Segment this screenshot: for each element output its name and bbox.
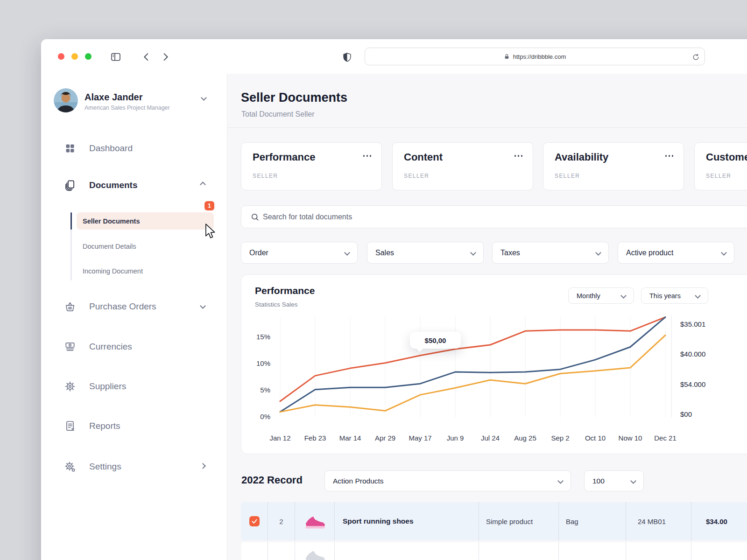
nav-label: Purchase Orders [89, 301, 156, 312]
card-title: Availability [555, 151, 608, 163]
browser-window: https://dribbble.com [41, 39, 747, 560]
sidebar-item-purchase-orders[interactable]: Purchase Orders [41, 296, 227, 317]
period-select[interactable]: Monthly [568, 287, 634, 304]
banknotes-icon [63, 341, 76, 353]
card-tag: SELLER [253, 173, 278, 179]
documents-stack-icon [63, 179, 76, 192]
chevron-down-icon [595, 250, 601, 256]
address-bar[interactable]: https://dribbble.com [365, 48, 705, 65]
header-divider [227, 127, 747, 128]
record-count-select[interactable]: 100 [584, 470, 644, 491]
x-axis-label: Jul 24 [472, 434, 509, 442]
refresh-button[interactable] [691, 52, 701, 62]
x-axis-label: May 17 [402, 434, 439, 442]
row-checkbox[interactable] [249, 516, 260, 526]
right-axis-label: $54.000 [680, 380, 705, 388]
card-title: Performance [253, 151, 316, 163]
chart-title: Performance [255, 285, 315, 296]
filter-sales[interactable]: Sales [367, 242, 484, 264]
right-axis-label: $40.000 [680, 350, 705, 358]
sidebar-item-settings[interactable]: Settings [41, 456, 227, 477]
window-zoom-button[interactable] [85, 53, 92, 60]
record-category-select[interactable]: Action Products [324, 470, 571, 491]
select-value: 100 [592, 477, 605, 485]
nav-label: Reports [89, 421, 120, 431]
shield-button[interactable] [340, 50, 353, 63]
window-minimize-button[interactable] [71, 53, 78, 60]
sidebar-item-reports[interactable]: Reports [41, 416, 227, 436]
sidebar-item-document-details[interactable]: Document Details [77, 238, 214, 255]
subitem-label: Incoming Document [83, 267, 143, 275]
chevron-down-icon [200, 303, 206, 309]
filter-label: Order [249, 249, 268, 257]
card-menu-icon[interactable] [363, 155, 372, 157]
x-axis-label: Aug 25 [507, 434, 544, 442]
sidebar-toggle-button[interactable] [109, 50, 122, 63]
page-title: Seller Documents [241, 91, 347, 105]
sidebar: Alaxe Jander American Sales Project Mana… [41, 74, 227, 560]
search-bar [241, 205, 747, 228]
x-axis-label: Feb 23 [296, 434, 334, 442]
table-row[interactable]: 2 Sport running shoes Simple product Bag… [241, 502, 747, 540]
shopping-basket-icon [63, 301, 76, 313]
cell-product-image [295, 502, 334, 540]
forward-button[interactable] [159, 50, 172, 63]
stat-card-performance: Performance SELLER [241, 142, 382, 190]
cell-price: $34.00 [691, 502, 747, 540]
nav-label: Settings [89, 462, 121, 472]
chevron-right-icon [160, 52, 170, 62]
search-input[interactable] [263, 206, 543, 228]
chevron-down-icon [630, 478, 636, 484]
cell-code: 24 MB01 [626, 502, 691, 540]
desktop: { "browser": { "url": "https://dribbble.… [0, 0, 747, 560]
sidebar-item-currencies[interactable]: Currencies [41, 336, 227, 357]
cell-product-image [295, 542, 334, 560]
cell-checkbox [241, 502, 268, 540]
sidebar-toggle-icon [110, 51, 121, 63]
chevron-down-icon [695, 293, 701, 299]
range-select[interactable]: This years [641, 287, 708, 304]
sidebar-item-incoming-document[interactable]: Incoming Document [77, 262, 214, 280]
card-title: Customer [706, 151, 747, 163]
y-axis-label: 10% [241, 359, 270, 367]
cell-product-type: Simple product [479, 502, 558, 540]
browser-toolbar: https://dribbble.com [41, 39, 747, 74]
chevron-down-icon [721, 250, 727, 256]
chevron-down-icon [557, 478, 564, 484]
cell-product-name: Sport running shoes [334, 502, 479, 540]
subnav-active-indicator [70, 212, 72, 230]
cell-checkbox [241, 542, 268, 560]
nav-label: Documents [89, 180, 137, 190]
y-axis-label: 0% [241, 413, 270, 420]
sidebar-item-suppliers[interactable]: Suppliers [41, 376, 227, 397]
card-menu-icon[interactable] [665, 155, 674, 157]
subitem-label: Document Details [83, 243, 136, 250]
card-menu-icon[interactable] [514, 155, 523, 157]
filter-order[interactable]: Order [241, 242, 358, 264]
filter-label: Sales [375, 249, 394, 257]
sidebar-item-dashboard[interactable]: Dashboard [41, 138, 227, 159]
cell-number [268, 542, 295, 560]
avatar [54, 88, 78, 112]
card-tag: SELLER [555, 173, 580, 179]
sidebar-item-seller-documents[interactable]: Seller Documents [77, 212, 214, 230]
y-axis-label: 15% [241, 333, 270, 341]
filter-active-product[interactable]: Active product [618, 242, 734, 264]
chevron-right-icon [200, 463, 206, 469]
sidebar-item-documents[interactable]: Documents [41, 175, 227, 196]
y-axis-label: 5% [241, 386, 270, 394]
select-value: This years [649, 292, 681, 300]
table-row-partial[interactable] [241, 542, 747, 560]
window-close-button[interactable] [58, 53, 64, 60]
filter-label: Taxes [500, 249, 520, 257]
stat-card-customer: Customer SELLER [694, 142, 747, 190]
user-role: American Sales Project Manager [85, 105, 170, 111]
nav-label: Suppliers [89, 381, 126, 392]
gray-sneaker-image [303, 546, 326, 560]
url-text: https://dribbble.com [513, 53, 566, 60]
back-button[interactable] [140, 50, 153, 63]
filter-taxes[interactable]: Taxes [492, 242, 609, 264]
search-icon [250, 212, 260, 222]
gear-icon [63, 461, 76, 473]
chevron-left-icon [141, 52, 152, 62]
